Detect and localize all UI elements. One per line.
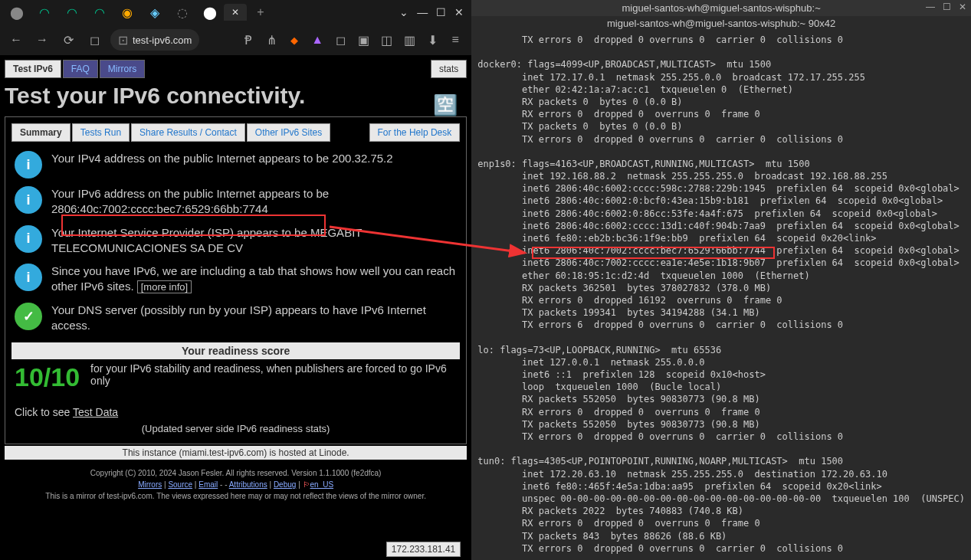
taskbar: ⬤ ◠ ◠ ◠ ◉ ◈ ◌ ⬤ ✕ + ⌄ — ☐ ✕ <box>0 0 471 25</box>
brave-rewards-icon[interactable]: ▲ <box>307 30 327 50</box>
dns-text: Your DNS server (possibly run by your IS… <box>51 303 457 334</box>
reload-icon[interactable]: ⟳ <box>58 30 78 50</box>
ipv4-text: Your IPv4 address on the public Internet… <box>51 151 393 166</box>
mirror-disclaimer: This is a mirror of test-ipv6.com. The v… <box>5 490 467 502</box>
page-title: Test your IPv6 connectivity. <box>5 83 467 109</box>
more-info-link[interactable]: [more info] <box>137 280 192 293</box>
download-icon[interactable]: ⬇ <box>422 30 442 50</box>
browser-tab-active[interactable]: ✕ <box>224 4 247 21</box>
subtab-summary[interactable]: Summary <box>11 123 71 142</box>
app-icon-1[interactable]: ◉ <box>113 2 141 23</box>
ipv6-address: 2806:40c:7002:cccc:bec7:6529:66bb:7744 <box>51 202 268 215</box>
share-icon[interactable]: ⋔ <box>261 30 281 50</box>
tab-mirrors[interactable]: Mirrors <box>100 60 145 78</box>
score-row: 10/10 for your IPv6 stability and readin… <box>11 359 460 395</box>
bottom-ip: 172.233.181.41 <box>386 542 461 557</box>
test-data-link: Click to see Test Data <box>15 406 457 418</box>
maximize-icon[interactable]: ☐ <box>431 3 450 21</box>
link-locale[interactable]: en_US <box>310 480 334 489</box>
term-close-icon[interactable]: ✕ <box>959 2 966 12</box>
isp-text: Your Internet Service Provider (ISP) app… <box>51 225 457 257</box>
term-maximize-icon[interactable]: ☐ <box>943 2 951 12</box>
github-icon[interactable]: ⬤ <box>196 2 224 23</box>
ipv6-text: Your IPv6 address on the public Internet… <box>51 186 457 218</box>
result-ipv4: i Your IPv4 address on the public Intern… <box>15 151 457 178</box>
forward-icon[interactable]: → <box>32 30 52 50</box>
terminal-body[interactable]: TX errors 0 dropped 0 overruns 0 carrier… <box>471 31 971 560</box>
tab-stats[interactable]: stats <box>431 60 467 78</box>
terminal-subtitle: miguel-santos-wh@miguel-santos-wisphub:~… <box>471 16 971 31</box>
subtab-help[interactable]: For the Help Desk <box>369 123 461 142</box>
info-icon: i <box>15 264 42 291</box>
url-input[interactable]: ⊡ test-ipv6.com <box>110 29 199 51</box>
wallet-icon[interactable]: ◫ <box>376 30 396 50</box>
subtab-other[interactable]: Other IPv6 Sites <box>247 123 330 142</box>
wifi-icon-2[interactable]: ◠ <box>58 2 86 23</box>
sub-tabs: Summary Tests Run Share Results / Contac… <box>11 123 460 142</box>
info-icon: i <box>15 186 42 214</box>
app-icon-3[interactable]: ◌ <box>169 2 196 23</box>
dropdown-icon[interactable]: ⌄ <box>395 3 413 21</box>
wifi-icon-3[interactable]: ◠ <box>86 2 113 23</box>
link-debug[interactable]: Debug <box>274 480 296 489</box>
instance-bar: This instance (miami.test-ipv6.com) is h… <box>5 446 467 460</box>
wifi-icon-1[interactable]: ◠ <box>31 2 58 23</box>
browser-pane: ⬤ ◠ ◠ ◠ ◉ ◈ ◌ ⬤ ✕ + ⌄ — ☐ ✕ ← → ⟳ ◻ ⊡ te… <box>0 0 471 560</box>
main-tabs: Test IPv6 FAQ Mirrors stats <box>5 60 467 78</box>
test-data-anchor[interactable]: Test Data <box>73 406 118 418</box>
results-box: Summary Tests Run Share Results / Contac… <box>5 116 467 444</box>
url-text: test-ipv6.com <box>133 34 192 46</box>
subtab-tests-run[interactable]: Tests Run <box>72 123 130 142</box>
footer: Copyright (C) 2010, 2024 Jason Fesler. A… <box>5 467 467 502</box>
back-icon[interactable]: ← <box>6 30 26 50</box>
minimize-icon[interactable]: — <box>413 3 431 21</box>
app-icon-2[interactable]: ◈ <box>141 2 169 23</box>
terminal-title: miguel-santos-wh@miguel-santos-wisphub:~… <box>471 0 971 16</box>
tab-faq[interactable]: FAQ <box>63 60 98 78</box>
new-tab-icon[interactable]: + <box>247 2 274 23</box>
score-header: Your readiness score <box>11 342 460 359</box>
translate-floating-icon[interactable]: 🈳 <box>433 93 458 117</box>
info-icon: i <box>15 151 42 178</box>
extension-icon-1[interactable]: ◻ <box>330 30 350 50</box>
brave-shield-icon[interactable]: ◆ <box>284 30 304 50</box>
score-desc: for your IPv6 stability and readiness, w… <box>90 362 457 387</box>
info-icon: i <box>15 225 42 253</box>
bookmark-icon[interactable]: ◻ <box>84 30 104 50</box>
term-minimize-icon[interactable]: — <box>926 2 935 12</box>
subtab-share[interactable]: Share Results / Contact <box>131 123 245 142</box>
url-bar: ← → ⟳ ◻ ⊡ test-ipv6.com Ᵽ ⋔ ◆ ▲ ◻ ▣ ◫ ▥ … <box>0 25 471 55</box>
terminal-pane: miguel-santos-wh@miguel-santos-wisphub:~… <box>471 0 971 560</box>
link-attr[interactable]: Attributions <box>229 480 267 489</box>
copyright: Copyright (C) 2010, 2024 Jason Fesler. A… <box>5 467 467 479</box>
lock-icon: ⊡ <box>118 33 128 47</box>
since-text: Since you have IPv6, we are including a … <box>51 264 457 295</box>
page-content: Test IPv6 FAQ Mirrors stats 🈳 Test your … <box>0 55 471 560</box>
link-email[interactable]: Email <box>198 480 218 489</box>
result-ipv6: i Your IPv6 address on the public Intern… <box>15 186 457 218</box>
extension-icon-2[interactable]: ▣ <box>353 30 373 50</box>
result-since: i Since you have IPv6, we are including … <box>15 264 457 295</box>
updated-text: (Updated server side IPv6 readiness stat… <box>15 423 457 434</box>
sidebar-icon[interactable]: ▥ <box>399 30 419 50</box>
close-window-icon[interactable]: ✕ <box>450 3 468 21</box>
link-mirrors[interactable]: Mirrors <box>138 480 162 489</box>
whatsapp-icon[interactable]: ⬤ <box>3 2 31 23</box>
tab-close-icon[interactable]: ✕ <box>231 7 239 18</box>
result-isp: i Your Internet Service Provider (ISP) a… <box>15 225 457 257</box>
result-dns: ✓ Your DNS server (possibly run by your … <box>15 303 457 334</box>
score-value: 10/10 <box>15 362 80 392</box>
tab-test-ipv6[interactable]: Test IPv6 <box>5 60 61 78</box>
menu-icon[interactable]: ≡ <box>445 30 465 50</box>
link-source[interactable]: Source <box>168 480 192 489</box>
translate-icon[interactable]: Ᵽ <box>238 30 258 50</box>
check-icon: ✓ <box>15 303 42 330</box>
